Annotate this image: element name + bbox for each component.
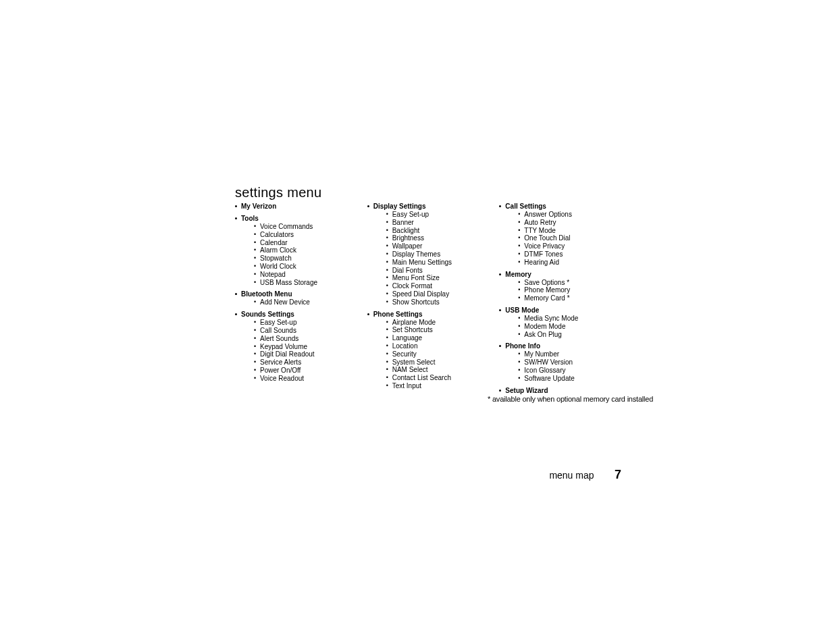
menu-item: Call Sounds (260, 327, 361, 335)
menu-item: Clock Format (392, 282, 493, 290)
bullet-icon (499, 273, 501, 275)
bullet-icon (235, 293, 237, 295)
menu-item: DTMF Tones (524, 250, 625, 259)
menu-item: Language (392, 334, 493, 342)
menu-item: Wallpaper (392, 242, 493, 250)
menu-item: NAM Select (392, 366, 493, 374)
menu-section-label: Tools (241, 215, 259, 223)
menu-section: ToolsVoice CommandsCalculatorsCalendarAl… (235, 215, 361, 286)
menu-item: Memory Card * (524, 294, 625, 302)
bullet-icon (367, 313, 369, 315)
menu-section-label: Phone Info (505, 342, 540, 350)
menu-item-list: Answer OptionsAuto RetryTTY ModeOne Touc… (499, 211, 625, 267)
menu-section-header: Phone Settings (367, 311, 493, 319)
menu-section-label: Display Settings (373, 203, 426, 211)
menu-item: Voice Privacy (524, 242, 625, 250)
menu-item: Answer Options (524, 211, 625, 219)
menu-item: Keypad Volume (260, 343, 361, 351)
menu-section-label: My Verizon (241, 203, 276, 211)
menu-item: USB Mass Storage (260, 279, 361, 287)
menu-item: Power On/Off (260, 367, 361, 375)
menu-columns: My VerizonToolsVoice CommandsCalculators… (235, 203, 625, 395)
menu-item: Add New Device (260, 298, 361, 306)
menu-item-list: Easy Set-upBannerBacklightBrightnessWall… (367, 211, 493, 306)
menu-section-header: Setup Wizard (499, 387, 625, 395)
menu-item: Auto Retry (524, 219, 625, 227)
menu-item: TTY Mode (524, 227, 625, 235)
column-1: My VerizonToolsVoice CommandsCalculators… (235, 203, 361, 395)
menu-section-label: Call Settings (505, 203, 546, 211)
menu-item: Banner (392, 219, 493, 227)
menu-section-header: Memory (499, 271, 625, 279)
menu-item-list: Airplane ModeSet ShortcutsLanguageLocati… (367, 319, 493, 390)
menu-item: Alarm Clock (260, 246, 361, 254)
menu-item-list: Save Options *Phone MemoryMemory Card * (499, 279, 625, 302)
footnote: * available only when optional memory ca… (488, 395, 653, 403)
menu-section-header: USB Mode (499, 306, 625, 315)
menu-section: MemorySave Options *Phone MemoryMemory C… (499, 271, 625, 302)
column-2: Display SettingsEasy Set-upBannerBacklig… (367, 203, 493, 395)
menu-item: Set Shortcuts (392, 326, 493, 334)
menu-item-list: Easy Set-upCall SoundsAlert SoundsKeypad… (235, 319, 361, 382)
menu-item: Service Alerts (260, 358, 361, 367)
footer-section-label: menu map (549, 470, 594, 481)
menu-item-list: Media Sync ModeModem ModeAsk On Plug (499, 315, 625, 338)
menu-item: Icon Glossary (524, 367, 625, 375)
page-title: settings menu (235, 185, 321, 200)
menu-section-header: Bluetooth Menu (235, 290, 361, 298)
menu-item: Voice Commands (260, 223, 361, 231)
menu-item: System Select (392, 358, 493, 367)
bullet-icon (235, 217, 237, 219)
menu-item: Phone Memory (524, 286, 625, 294)
menu-item: Backlight (392, 227, 493, 235)
menu-item: Show Shortcuts (392, 298, 493, 306)
menu-section: Call SettingsAnswer OptionsAuto RetryTTY… (499, 203, 625, 267)
menu-section: Bluetooth MenuAdd New Device (235, 290, 361, 306)
menu-item: Brightness (392, 234, 493, 242)
bullet-icon (367, 205, 369, 207)
menu-item: My Number (524, 350, 625, 358)
menu-section-header: My Verizon (235, 203, 361, 211)
menu-section: Sounds SettingsEasy Set-upCall SoundsAle… (235, 311, 361, 382)
menu-section-label: Sounds Settings (241, 311, 294, 319)
menu-section: Display SettingsEasy Set-upBannerBacklig… (367, 203, 493, 306)
menu-section: Phone SettingsAirplane ModeSet Shortcuts… (367, 311, 493, 390)
menu-item: Voice Readout (260, 375, 361, 383)
menu-item: Digit Dial Readout (260, 350, 361, 358)
menu-item: Security (392, 350, 493, 358)
menu-section: Phone InfoMy NumberSW/HW VersionIcon Glo… (499, 342, 625, 382)
menu-section-header: Tools (235, 215, 361, 223)
menu-item-list: Add New Device (235, 298, 361, 306)
bullet-icon (499, 390, 501, 392)
menu-section-label: Setup Wizard (505, 387, 548, 395)
bullet-icon (499, 205, 501, 207)
menu-section: USB ModeMedia Sync ModeModem ModeAsk On … (499, 306, 625, 338)
column-3: Call SettingsAnswer OptionsAuto RetryTTY… (499, 203, 625, 395)
menu-item: Speed Dial Display (392, 290, 493, 298)
menu-item-list: My NumberSW/HW VersionIcon GlossarySoftw… (499, 350, 625, 382)
menu-item: Notepad (260, 271, 361, 279)
menu-section-header: Display Settings (367, 203, 493, 211)
menu-section-label: Memory (505, 271, 531, 279)
menu-item: Display Themes (392, 250, 493, 259)
menu-section: Setup Wizard (499, 387, 625, 395)
menu-item: Menu Font Size (392, 274, 493, 282)
menu-item: Contact List Search (392, 374, 493, 382)
menu-item: Easy Set-up (260, 319, 361, 327)
bullet-icon (499, 309, 501, 311)
menu-item: Calendar (260, 239, 361, 247)
menu-section-label: USB Mode (505, 306, 539, 315)
bullet-icon (499, 345, 501, 347)
menu-item-list: Voice CommandsCalculatorsCalendarAlarm C… (235, 223, 361, 286)
menu-item: Airplane Mode (392, 319, 493, 327)
menu-item: Alert Sounds (260, 335, 361, 343)
menu-section-header: Phone Info (499, 342, 625, 350)
menu-item: Stopwatch (260, 254, 361, 263)
menu-item: Modem Mode (524, 323, 625, 331)
menu-item: One Touch Dial (524, 234, 625, 242)
menu-item: World Clock (260, 263, 361, 271)
menu-item: Software Update (524, 375, 625, 383)
menu-item: Save Options * (524, 279, 625, 287)
menu-item: Calculators (260, 231, 361, 239)
footer-page-number: 7 (615, 468, 621, 481)
